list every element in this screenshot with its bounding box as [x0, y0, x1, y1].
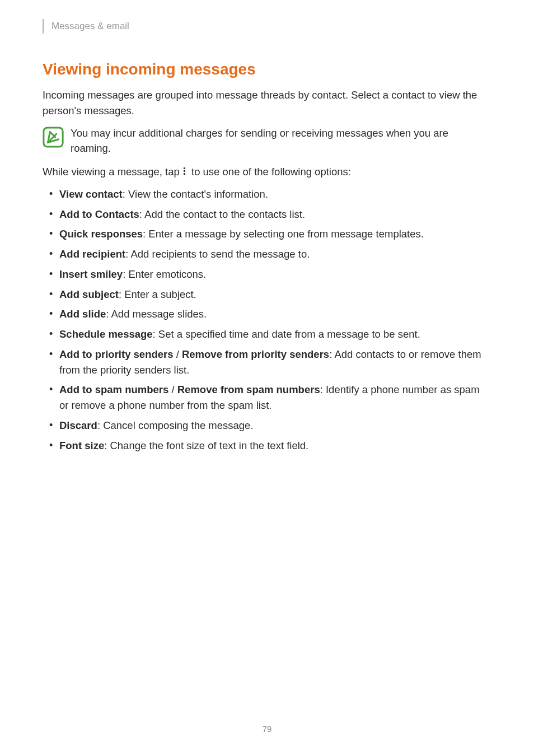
tap-line-post: to use one of the following options:: [189, 166, 351, 178]
option-label: Add slide: [59, 308, 106, 320]
option-label: Add recipient: [59, 248, 125, 260]
tap-line-pre: While viewing a message, tap: [43, 166, 182, 178]
option-label: Add to spam numbers: [59, 384, 168, 395]
options-list: View contact: View the contact's informa…: [43, 186, 491, 454]
list-item: Add subject: Enter a subject.: [59, 287, 491, 302]
option-label-alt: Remove from priority senders: [182, 348, 329, 360]
intro-paragraph: Incoming messages are grouped into messa…: [43, 87, 491, 119]
option-label: Add subject: [59, 288, 119, 300]
note-callout: You may incur additional charges for sen…: [43, 125, 491, 157]
option-desc: : View the contact's information.: [123, 188, 268, 200]
svg-line-3: [50, 132, 55, 137]
list-item: Add to spam numbers / Remove from spam n…: [59, 382, 491, 413]
list-item: Schedule message: Set a specified time a…: [59, 326, 491, 342]
option-desc: : Enter a message by selecting one from …: [143, 228, 424, 240]
option-desc: : Add the contact to the contacts list.: [139, 208, 305, 220]
section-title: Viewing incoming messages: [43, 60, 491, 78]
page-header: Messages & email: [43, 0, 491, 50]
more-options-icon: [184, 167, 187, 176]
option-label: Discard: [59, 419, 97, 431]
option-label: View contact: [59, 188, 123, 200]
option-label: Add to priority senders: [59, 348, 174, 360]
list-item: Quick responses: Enter a message by sele…: [59, 226, 491, 242]
option-label-alt: Remove from spam numbers: [177, 384, 320, 395]
option-label: Schedule message: [59, 328, 153, 340]
option-desc: : Enter a subject.: [119, 288, 196, 300]
note-icon: [43, 127, 64, 148]
page: Messages & email Viewing incoming messag…: [0, 0, 534, 756]
option-label: Add to Contacts: [59, 208, 139, 220]
list-item: Add to Contacts: Add the contact to the …: [59, 207, 491, 222]
note-text: You may incur additional charges for sen…: [71, 125, 491, 157]
option-desc: : Change the font size of text in the te…: [104, 440, 308, 451]
option-desc: : Add recipients to send the message to.: [125, 248, 310, 260]
list-item: View contact: View the contact's informa…: [59, 186, 491, 202]
list-item: Font size: Change the font size of text …: [59, 438, 491, 454]
option-label: Quick responses: [59, 228, 143, 240]
list-item: Insert smiley: Enter emoticons.: [59, 267, 491, 282]
list-item: Add slide: Add message slides.: [59, 306, 491, 322]
option-label: Insert smiley: [59, 268, 123, 280]
list-item: Add to priority senders / Remove from pr…: [59, 347, 491, 378]
option-desc: : Add message slides.: [106, 308, 207, 320]
option-desc: : Cancel composing the message.: [97, 419, 254, 431]
option-desc: : Enter emoticons.: [123, 268, 206, 280]
breadcrumb: Messages & email: [51, 21, 129, 32]
list-item: Add recipient: Add recipients to send th…: [59, 246, 491, 262]
option-desc: : Set a specified time and date from a m…: [153, 328, 420, 340]
header-bar-decoration: [43, 19, 44, 34]
option-label: Font size: [59, 440, 104, 451]
tap-instruction: While viewing a message, tap to use one …: [43, 164, 491, 180]
list-item: Discard: Cancel composing the message.: [59, 418, 491, 433]
page-number: 79: [0, 724, 534, 734]
